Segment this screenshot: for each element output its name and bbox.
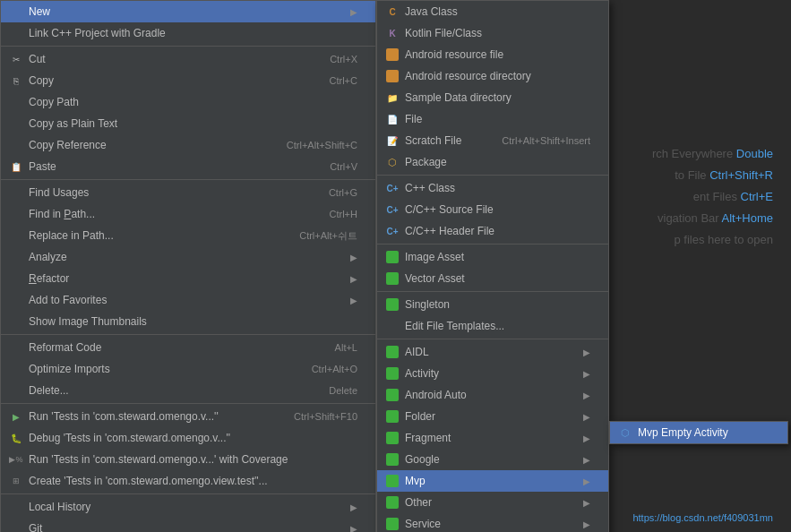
menu-item-local-history[interactable]: Local History ▶: [1, 496, 375, 518]
menu-item-show-thumbnails[interactable]: Show Image Thumbnails: [1, 311, 375, 332]
new-sep-3: [377, 291, 608, 292]
run-coverage-icon: ▶%: [8, 451, 24, 468]
image-asset-icon: [384, 249, 400, 265]
copy-ref-shortcut: Ctrl+Alt+Shift+C: [287, 140, 357, 150]
mvp-empty-activity-label: Mvp Empty Activity: [638, 426, 770, 439]
menu-item-refactor[interactable]: Refactor ▶: [1, 268, 375, 289]
analyze-arrow: ▶: [350, 253, 357, 262]
ide-hints: rch Everywhere Double to File Ctrl+Shift…: [652, 143, 773, 251]
separator-1: [1, 46, 375, 47]
menu-item-analyze[interactable]: Analyze ▶: [1, 246, 375, 268]
copy-shortcut: Ctrl+C: [330, 75, 357, 86]
activity-arrow: ▶: [583, 369, 590, 379]
new-android-auto[interactable]: Android Auto ▶: [377, 384, 608, 406]
java-class-label: Java Class: [405, 5, 590, 18]
activity-icon: [384, 365, 400, 382]
service-label: Service: [405, 518, 574, 530]
refactor-arrow: ▶: [350, 274, 357, 284]
new-arrow: ▶: [350, 7, 357, 17]
new-sep-4: [377, 339, 608, 339]
new-android-resource-dir[interactable]: Android resource directory: [377, 65, 608, 87]
analyze-label: Analyze: [29, 251, 341, 263]
new-cpp-class[interactable]: C+ C++ Class: [377, 177, 608, 199]
git-arrow: ▶: [350, 524, 357, 533]
cpp-header-label: C/C++ Header File: [405, 225, 590, 237]
new-mvp[interactable]: Mvp ▶: [377, 470, 608, 492]
new-vector-asset[interactable]: Vector Asset: [377, 268, 608, 289]
optimize-label: Optimize Imports: [29, 363, 285, 375]
new-kotlin-class[interactable]: K Kotlin File/Class: [377, 22, 608, 44]
image-asset-label: Image Asset: [405, 251, 590, 263]
scratch-label: Scratch File: [405, 134, 475, 147]
new-sample-data[interactable]: 📁 Sample Data directory: [377, 87, 608, 108]
edit-templates-label: Edit File Templates...: [405, 320, 590, 332]
new-aidl[interactable]: AIDL ▶: [377, 341, 608, 363]
new-fragment[interactable]: Fragment ▶: [377, 427, 608, 449]
new-java-class[interactable]: C Java Class: [377, 1, 608, 22]
new-scratch[interactable]: 📝 Scratch File Ctrl+Alt+Shift+Insert: [377, 130, 608, 151]
new-image-asset[interactable]: Image Asset: [377, 246, 608, 268]
service-arrow: ▶: [583, 519, 590, 529]
copy-plain-icon: [8, 116, 24, 132]
menu-item-copy[interactable]: ⎘ Copy Ctrl+C: [1, 70, 375, 91]
add-favorites-icon: [8, 292, 24, 308]
menu-item-link-cpp[interactable]: Link C++ Project with Gradle: [1, 22, 375, 44]
singleton-label: Singleton: [405, 298, 590, 311]
menu-item-copy-path[interactable]: Copy Path: [1, 91, 375, 113]
submenu-new: C Java Class K Kotlin File/Class Android…: [376, 0, 609, 532]
cut-icon: ✂: [8, 51, 24, 67]
other-arrow: ▶: [583, 498, 590, 508]
new-edit-templates[interactable]: Edit File Templates...: [377, 315, 608, 337]
new-folder[interactable]: Folder ▶: [377, 406, 608, 427]
vector-asset-icon: [384, 270, 400, 287]
new-sep-2: [377, 244, 608, 245]
link-cpp-label: Link C++ Project with Gradle: [29, 27, 357, 39]
new-package[interactable]: ⬡ Package: [377, 151, 608, 173]
optimize-shortcut: Ctrl+Alt+O: [312, 364, 357, 374]
new-google[interactable]: Google ▶: [377, 449, 608, 470]
other-icon: [384, 494, 400, 511]
new-label: New: [29, 5, 341, 18]
new-file[interactable]: 📄 File: [377, 108, 608, 130]
local-history-icon: [8, 499, 24, 515]
aidl-icon: [384, 344, 400, 360]
menu-item-run-coverage[interactable]: ▶% Run 'Tests in 'com.steward.omengo.v..…: [1, 449, 375, 470]
show-thumbnails-icon: [8, 313, 24, 330]
new-singleton[interactable]: Singleton: [377, 294, 608, 315]
local-history-arrow: ▶: [350, 502, 357, 512]
refactor-icon: [8, 270, 24, 287]
create-tests-label: Create 'Tests in 'com.steward.omengo.vie…: [29, 475, 357, 487]
new-service[interactable]: Service ▶: [377, 513, 608, 532]
menu-item-copy-ref[interactable]: Copy Reference Ctrl+Alt+Shift+C: [1, 134, 375, 156]
menu-item-find-path[interactable]: Find in Path... Ctrl+H: [1, 203, 375, 225]
menu-item-delete[interactable]: Delete... Delete: [1, 380, 375, 401]
link-cpp-icon: [8, 25, 24, 41]
delete-shortcut: Delete: [329, 385, 357, 396]
new-android-resource-file[interactable]: Android resource file: [377, 44, 608, 65]
new-activity[interactable]: Activity ▶: [377, 363, 608, 384]
menu-item-debug-tests[interactable]: 🐛 Debug 'Tests in 'com.steward.omengo.v.…: [1, 427, 375, 449]
menu-item-optimize[interactable]: Optimize Imports Ctrl+Alt+O: [1, 358, 375, 380]
menu-item-paste[interactable]: 📋 Paste Ctrl+V: [1, 156, 375, 177]
separator-3: [1, 334, 375, 335]
find-path-shortcut: Ctrl+H: [330, 209, 357, 219]
menu-item-new[interactable]: New ▶: [1, 1, 375, 22]
separator-2: [1, 179, 375, 180]
menu-item-run-tests[interactable]: ▶ Run 'Tests in 'com.steward.omengo.v...…: [1, 406, 375, 427]
menu-item-find-usages[interactable]: Find Usages Ctrl+G: [1, 182, 375, 203]
menu-item-add-favorites[interactable]: Add to Favorites ▶: [1, 289, 375, 311]
menu-item-copy-plain[interactable]: Copy as Plain Text: [1, 113, 375, 134]
new-other[interactable]: Other ▶: [377, 492, 608, 513]
mvp-empty-activity-item[interactable]: ⬡ Mvp Empty Activity: [610, 422, 787, 443]
menu-item-replace-path[interactable]: Replace in Path... Ctrl+Alt+쉬트: [1, 225, 375, 246]
new-icon: [8, 4, 24, 20]
copy-label: Copy: [29, 74, 303, 87]
new-cpp-source[interactable]: C+ C/C++ Source File: [377, 199, 608, 220]
copy-path-label: Copy Path: [29, 96, 357, 108]
menu-item-git[interactable]: Git ▶: [1, 518, 375, 532]
menu-item-create-tests[interactable]: ⊞ Create 'Tests in 'com.steward.omengo.v…: [1, 470, 375, 492]
sample-data-label: Sample Data directory: [405, 91, 590, 104]
menu-item-cut[interactable]: ✂ Cut Ctrl+X: [1, 48, 375, 70]
new-cpp-header[interactable]: C+ C/C++ Header File: [377, 220, 608, 242]
menu-item-reformat[interactable]: Reformat Code Alt+L: [1, 337, 375, 358]
